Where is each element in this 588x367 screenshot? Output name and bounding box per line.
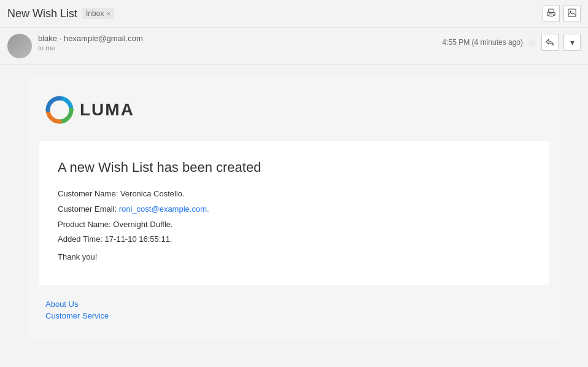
star-button[interactable]: ☆ [528,37,536,48]
image-icon [568,9,576,19]
inbox-badge: Inbox × [82,8,114,19]
luma-brand-name: LUMA [80,100,134,120]
header-actions [543,5,581,22]
sender-info: blake · hexample@gmail.com to me [38,34,143,52]
product-name-line: Product Name: Overnight Duffle. [58,218,530,231]
sender-right: 4:55 PM (4 minutes ago) ☆ ▾ [443,34,581,51]
customer-service-link[interactable]: Customer Service [45,311,549,320]
added-time-label: Added Time: [58,234,105,244]
reply-icon [546,37,554,47]
print-icon [547,9,555,19]
card-body: Customer Name: Veronica Costello. Custom… [58,188,530,264]
thank-you: Thank you! [58,251,530,264]
sender-left: blake · hexample@gmail.com to me [7,34,143,58]
email-timestamp: 4:55 PM (4 minutes ago) [443,38,523,47]
svg-rect-0 [549,9,554,12]
svg-rect-4 [568,9,576,16]
image-icon-button[interactable] [563,5,581,22]
sender-name: blake · hexample@gmail.com [38,34,143,43]
badge-close-button[interactable]: × [106,10,110,17]
added-time-line: Added Time: 17-11-10 16:55:11. [58,233,530,246]
customer-email-line: Customer Email: roni_cost@example.com. [58,203,530,216]
svg-rect-2 [549,14,554,16]
email-card: A new Wish List has been created Custome… [39,141,549,285]
email-footer-links: About Us Customer Service [39,299,549,320]
inbox-label: Inbox [86,9,104,18]
email-subject: New Wish List [7,7,77,20]
added-time-value: 17-11-10 16:55:11. [105,234,172,244]
product-name-label: Product Name: [58,220,113,229]
customer-email-label: Customer Email: [58,204,119,214]
luma-logo-icon [45,96,74,124]
customer-name-value: Veronica Costello. [120,189,185,198]
svg-rect-3 [549,13,551,14]
email-body-wrap: LUMA A new Wish List has been created Cu… [0,65,588,353]
about-us-link[interactable]: About Us [45,299,549,309]
card-headline: A new Wish List has been created [58,160,530,176]
email-title-area: New Wish List Inbox × [7,7,114,20]
sender-sub: to me [38,44,143,52]
customer-name-line: Customer Name: Veronica Costello. [58,188,530,201]
customer-name-label: Customer Name: [58,189,120,198]
product-name-value: Overnight Duffle. [113,220,172,229]
reply-button[interactable] [541,34,559,51]
avatar [7,34,32,58]
more-button[interactable]: ▾ [563,34,581,51]
email-header-bar: New Wish List Inbox × [0,0,588,28]
email-content-outer: LUMA A new Wish List has been created Cu… [27,77,561,341]
sender-row: blake · hexample@gmail.com to me 4:55 PM… [0,28,588,65]
print-button[interactable] [543,5,560,22]
luma-logo: LUMA [39,96,549,124]
customer-email-link[interactable]: roni_cost@example.com. [119,204,209,214]
chevron-down-icon: ▾ [570,37,574,47]
